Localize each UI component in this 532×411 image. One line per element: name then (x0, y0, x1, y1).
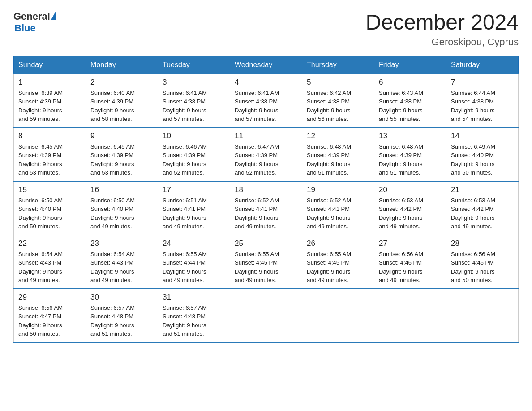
calendar-header-row: SundayMondayTuesdayWednesdayThursdayFrid… (14, 56, 519, 74)
day-number: 19 (307, 185, 369, 194)
day-number: 9 (90, 132, 153, 141)
day-number: 18 (235, 185, 297, 194)
calendar-cell: 15 Sunrise: 6:50 AM Sunset: 4:40 PM Dayl… (14, 181, 86, 235)
day-number: 7 (451, 78, 514, 87)
col-header-thursday: Thursday (302, 56, 374, 74)
calendar-cell (374, 289, 446, 342)
calendar-cell: 27 Sunrise: 6:56 AM Sunset: 4:46 PM Dayl… (374, 235, 446, 289)
col-header-monday: Monday (86, 56, 158, 74)
day-number: 3 (163, 78, 225, 87)
calendar-cell: 28 Sunrise: 6:56 AM Sunset: 4:46 PM Dayl… (446, 235, 519, 289)
calendar-cell: 1 Sunrise: 6:39 AM Sunset: 4:39 PM Dayli… (14, 74, 86, 128)
calendar-cell (302, 289, 374, 342)
col-header-friday: Friday (374, 56, 446, 74)
calendar-cell: 7 Sunrise: 6:44 AM Sunset: 4:38 PM Dayli… (446, 74, 519, 128)
day-info: Sunrise: 6:54 AM Sunset: 4:43 PM Dayligh… (18, 250, 81, 285)
day-number: 27 (379, 239, 442, 248)
calendar-cell (230, 289, 302, 342)
calendar-week-row: 29 Sunrise: 6:56 AM Sunset: 4:47 PM Dayl… (14, 289, 519, 342)
day-info: Sunrise: 6:57 AM Sunset: 4:48 PM Dayligh… (163, 304, 225, 338)
day-info: Sunrise: 6:48 AM Sunset: 4:39 PM Dayligh… (379, 142, 442, 177)
day-info: Sunrise: 6:42 AM Sunset: 4:38 PM Dayligh… (307, 89, 369, 124)
calendar-cell: 6 Sunrise: 6:43 AM Sunset: 4:38 PM Dayli… (374, 74, 446, 128)
day-info: Sunrise: 6:45 AM Sunset: 4:39 PM Dayligh… (90, 142, 153, 177)
calendar-cell: 17 Sunrise: 6:51 AM Sunset: 4:41 PM Dayl… (158, 181, 230, 235)
calendar-cell: 10 Sunrise: 6:46 AM Sunset: 4:39 PM Dayl… (158, 128, 230, 181)
day-number: 21 (451, 185, 514, 194)
calendar-cell: 24 Sunrise: 6:55 AM Sunset: 4:44 PM Dayl… (158, 235, 230, 289)
day-info: Sunrise: 6:39 AM Sunset: 4:39 PM Dayligh… (18, 89, 81, 124)
day-number: 2 (90, 78, 153, 87)
calendar-week-row: 15 Sunrise: 6:50 AM Sunset: 4:40 PM Dayl… (14, 181, 519, 235)
day-info: Sunrise: 6:51 AM Sunset: 4:41 PM Dayligh… (163, 196, 225, 231)
day-info: Sunrise: 6:56 AM Sunset: 4:47 PM Dayligh… (18, 304, 81, 338)
day-number: 20 (379, 185, 442, 194)
title-block: December 2024 Geroskipou, Cyprus (365, 11, 519, 48)
day-info: Sunrise: 6:55 AM Sunset: 4:45 PM Dayligh… (235, 250, 297, 285)
day-info: Sunrise: 6:53 AM Sunset: 4:42 PM Dayligh… (451, 196, 514, 231)
day-info: Sunrise: 6:54 AM Sunset: 4:43 PM Dayligh… (90, 250, 153, 285)
calendar-cell: 31 Sunrise: 6:57 AM Sunset: 4:48 PM Dayl… (158, 289, 230, 342)
day-info: Sunrise: 6:46 AM Sunset: 4:39 PM Dayligh… (163, 142, 225, 177)
location-title: Geroskipou, Cyprus (365, 36, 519, 48)
day-number: 5 (307, 78, 369, 87)
day-number: 4 (235, 78, 297, 87)
day-info: Sunrise: 6:41 AM Sunset: 4:38 PM Dayligh… (163, 89, 225, 124)
day-info: Sunrise: 6:48 AM Sunset: 4:39 PM Dayligh… (307, 142, 369, 177)
logo-triangle-icon (51, 12, 56, 20)
col-header-sunday: Sunday (14, 56, 86, 74)
calendar-cell: 16 Sunrise: 6:50 AM Sunset: 4:40 PM Dayl… (86, 181, 158, 235)
calendar-cell: 19 Sunrise: 6:52 AM Sunset: 4:41 PM Dayl… (302, 181, 374, 235)
calendar-cell: 9 Sunrise: 6:45 AM Sunset: 4:39 PM Dayli… (86, 128, 158, 181)
logo: General Blue (13, 11, 56, 34)
calendar-cell: 14 Sunrise: 6:49 AM Sunset: 4:40 PM Dayl… (446, 128, 519, 181)
calendar-cell: 29 Sunrise: 6:56 AM Sunset: 4:47 PM Dayl… (14, 289, 86, 342)
day-number: 25 (235, 239, 297, 248)
calendar-cell: 18 Sunrise: 6:52 AM Sunset: 4:41 PM Dayl… (230, 181, 302, 235)
calendar-cell: 4 Sunrise: 6:41 AM Sunset: 4:38 PM Dayli… (230, 74, 302, 128)
calendar-cell: 3 Sunrise: 6:41 AM Sunset: 4:38 PM Dayli… (158, 74, 230, 128)
day-number: 14 (451, 132, 514, 141)
calendar-week-row: 8 Sunrise: 6:45 AM Sunset: 4:39 PM Dayli… (14, 128, 519, 181)
day-number: 15 (18, 185, 81, 194)
calendar-cell: 21 Sunrise: 6:53 AM Sunset: 4:42 PM Dayl… (446, 181, 519, 235)
day-info: Sunrise: 6:43 AM Sunset: 4:38 PM Dayligh… (379, 89, 442, 124)
day-number: 6 (379, 78, 442, 87)
calendar-cell (446, 289, 519, 342)
day-info: Sunrise: 6:49 AM Sunset: 4:40 PM Dayligh… (451, 142, 514, 177)
page-header: General Blue December 2024 Geroskipou, C… (13, 11, 519, 48)
col-header-wednesday: Wednesday (230, 56, 302, 74)
day-number: 26 (307, 239, 369, 248)
day-info: Sunrise: 6:40 AM Sunset: 4:39 PM Dayligh… (90, 89, 153, 124)
day-number: 31 (163, 293, 225, 302)
day-number: 30 (90, 293, 153, 302)
calendar-cell: 25 Sunrise: 6:55 AM Sunset: 4:45 PM Dayl… (230, 235, 302, 289)
day-info: Sunrise: 6:52 AM Sunset: 4:41 PM Dayligh… (235, 196, 297, 231)
day-number: 29 (18, 293, 81, 302)
day-info: Sunrise: 6:45 AM Sunset: 4:39 PM Dayligh… (18, 142, 81, 177)
day-number: 10 (163, 132, 225, 141)
day-number: 28 (451, 239, 514, 248)
calendar-cell: 30 Sunrise: 6:57 AM Sunset: 4:48 PM Dayl… (86, 289, 158, 342)
day-info: Sunrise: 6:44 AM Sunset: 4:38 PM Dayligh… (451, 89, 514, 124)
calendar-table: SundayMondayTuesdayWednesdayThursdayFrid… (13, 56, 519, 343)
day-number: 11 (235, 132, 297, 141)
calendar-cell: 26 Sunrise: 6:55 AM Sunset: 4:45 PM Dayl… (302, 235, 374, 289)
day-info: Sunrise: 6:56 AM Sunset: 4:46 PM Dayligh… (451, 250, 514, 285)
col-header-saturday: Saturday (446, 56, 519, 74)
day-number: 22 (18, 239, 81, 248)
day-number: 23 (90, 239, 153, 248)
calendar-cell: 5 Sunrise: 6:42 AM Sunset: 4:38 PM Dayli… (302, 74, 374, 128)
day-number: 12 (307, 132, 369, 141)
calendar-cell: 22 Sunrise: 6:54 AM Sunset: 4:43 PM Dayl… (14, 235, 86, 289)
day-info: Sunrise: 6:47 AM Sunset: 4:39 PM Dayligh… (235, 142, 297, 177)
col-header-tuesday: Tuesday (158, 56, 230, 74)
calendar-cell: 23 Sunrise: 6:54 AM Sunset: 4:43 PM Dayl… (86, 235, 158, 289)
calendar-week-row: 22 Sunrise: 6:54 AM Sunset: 4:43 PM Dayl… (14, 235, 519, 289)
calendar-cell: 2 Sunrise: 6:40 AM Sunset: 4:39 PM Dayli… (86, 74, 158, 128)
calendar-cell: 13 Sunrise: 6:48 AM Sunset: 4:39 PM Dayl… (374, 128, 446, 181)
day-number: 13 (379, 132, 442, 141)
calendar-week-row: 1 Sunrise: 6:39 AM Sunset: 4:39 PM Dayli… (14, 74, 519, 128)
calendar-cell: 11 Sunrise: 6:47 AM Sunset: 4:39 PM Dayl… (230, 128, 302, 181)
day-info: Sunrise: 6:50 AM Sunset: 4:40 PM Dayligh… (90, 196, 153, 231)
